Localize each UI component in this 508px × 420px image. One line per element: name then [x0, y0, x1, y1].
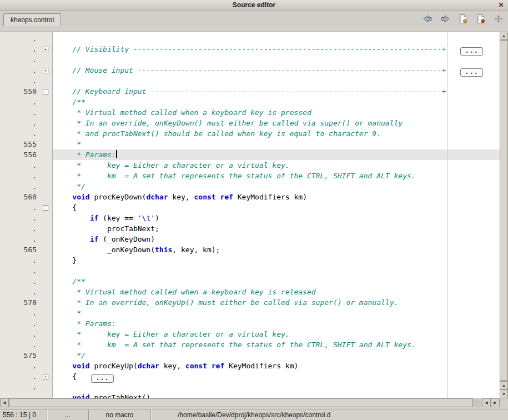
nav-forward-button[interactable] [439, 13, 451, 24]
code-text[interactable]: _onKeyDown(this, key, km); [53, 244, 500, 255]
code-line[interactable]: 550- // Keyboard input -----------------… [0, 86, 500, 97]
document-b-button[interactable] [475, 13, 487, 24]
vertical-scrollbar[interactable]: ▲ ▲ ▼ [500, 32, 508, 398]
fold-expand-icon[interactable]: + [43, 47, 48, 52]
code-text[interactable]: */ [53, 181, 500, 192]
code-text[interactable]: * key = Either a character or a virtual … [53, 160, 500, 171]
code-line[interactable]: 570 * In an override, onKeyUp() must eit… [0, 297, 500, 308]
fold-expand-icon[interactable]: + [43, 68, 48, 73]
code-text[interactable]: * and procTabNext() should be called whe… [53, 128, 500, 139]
code-line[interactable]: . * [0, 308, 500, 318]
code-text[interactable]: if (key == '\t') [53, 213, 500, 223]
scrollbar-corner [500, 398, 508, 407]
code-text[interactable]: // Keyboard input ----------------------… [53, 86, 500, 97]
code-text[interactable]: * Params: [53, 149, 500, 160]
code-text[interactable]: * Virtual method called when a keyboard … [53, 107, 500, 118]
fold-column [39, 255, 53, 266]
code-text[interactable]: if (_onKeyDown) [53, 234, 500, 244]
code-text[interactable] [53, 33, 500, 44]
code-text[interactable]: * key = Either a character or a virtual … [53, 329, 500, 339]
code-line[interactable]: . [0, 54, 500, 65]
document-a-button[interactable] [457, 13, 469, 24]
code-line[interactable]: . * Virtual method called when a keyboar… [0, 107, 500, 118]
code-text[interactable]: void procKeyDown(dchar key, const ref Ke… [53, 192, 500, 202]
line-number: . [0, 223, 39, 234]
vertical-scroll-thumb[interactable] [500, 40, 508, 381]
code-text[interactable]: * km = A set that represents the status … [53, 171, 500, 181]
code-text[interactable]: procTabNext; [53, 223, 500, 234]
code-text[interactable]: */ [53, 350, 500, 361]
code-text[interactable]: /** [53, 276, 500, 287]
nav-back-button[interactable] [421, 13, 434, 24]
code-line[interactable]: . if (_onKeyDown) [0, 234, 500, 244]
code-line[interactable]: . * In an override, onKeyDown() must eit… [0, 118, 500, 128]
code-line[interactable]: 575 */ [0, 350, 500, 361]
code-text[interactable]: void procTabNext() [53, 392, 500, 398]
code-line[interactable]: . [0, 382, 500, 392]
code-line[interactable]: . * Virtual method called when a keyboar… [0, 287, 500, 297]
code-line[interactable]: . /** [0, 276, 500, 287]
scroll-left-icon[interactable]: ◀ [0, 398, 9, 407]
scroll-up-alt-icon[interactable]: ▲ [500, 381, 508, 389]
code-line[interactable]: . [0, 76, 500, 86]
code-line[interactable]: . * km = A set that represents the statu… [0, 171, 500, 181]
scroll-right-icon[interactable]: ▶ [491, 398, 500, 407]
code-text[interactable]: void procKeyUp(dchar key, const ref KeyM… [53, 361, 500, 371]
code-line[interactable]: .- { [0, 202, 500, 213]
code-token: { [55, 203, 77, 212]
tab-kheops-control[interactable]: kheops.control [3, 13, 61, 26]
code-text[interactable] [53, 76, 500, 86]
code-line[interactable]: . procTabNext; [0, 223, 500, 234]
code-line[interactable]: . * Params: [0, 318, 500, 329]
code-text[interactable]: * [53, 308, 500, 318]
code-text[interactable]: // Mouse input -------------------------… [53, 65, 500, 76]
code-text[interactable] [53, 266, 500, 276]
code-line[interactable]: 560 void procKeyDown(dchar key, const re… [0, 192, 500, 202]
scroll-left-alt-icon[interactable]: ◀ [482, 398, 491, 407]
code-line[interactable]: . * and procTabNext() should be called w… [0, 128, 500, 139]
code-text[interactable]: { [53, 202, 500, 213]
code-editor[interactable]: ..+ // Visibility ----------------------… [0, 32, 500, 398]
move-button[interactable] [492, 13, 505, 24]
scroll-up-icon[interactable]: ▲ [500, 32, 508, 40]
close-icon[interactable]: ✕ [497, 1, 505, 9]
code-line[interactable]: . */ [0, 181, 500, 192]
horizontal-scroll-thumb[interactable] [9, 398, 473, 407]
code-line[interactable]: . /** [0, 97, 500, 107]
code-line[interactable]: 556 * Params: [0, 149, 500, 160]
code-line[interactable]: . } [0, 255, 500, 266]
code-line[interactable]: . [0, 33, 500, 44]
code-line[interactable]: . * km = A set that represents the statu… [0, 339, 500, 350]
code-text[interactable]: * [53, 139, 500, 149]
code-text[interactable]: * km = A set that represents the status … [53, 339, 500, 350]
horizontal-scrollbar[interactable]: ◀ ◀ ▶ [0, 398, 500, 407]
code-text[interactable]: * In an override, onKeyUp() must either … [53, 297, 500, 308]
code-line[interactable]: 555 * [0, 139, 500, 149]
code-line[interactable]: . * key = Either a character or a virtua… [0, 160, 500, 171]
code-text[interactable]: {... [53, 371, 500, 382]
fold-expand-icon[interactable]: + [43, 374, 48, 379]
code-text[interactable]: * Virtual method called when a keyboard … [53, 287, 500, 297]
code-line[interactable]: . * key = Either a character or a virtua… [0, 329, 500, 339]
code-token [55, 193, 72, 201]
code-line[interactable]: . [0, 266, 500, 276]
code-text[interactable]: } [53, 255, 500, 266]
code-text[interactable] [53, 382, 500, 392]
code-line[interactable]: 565 _onKeyDown(this, key, km); [0, 244, 500, 255]
code-text[interactable] [53, 54, 500, 65]
fold-collapse-icon[interactable]: - [43, 89, 48, 94]
code-line[interactable]: . void procKeyUp(dchar key, const ref Ke… [0, 361, 500, 371]
code-text[interactable]: // Visibility --------------------------… [53, 44, 500, 54]
fold-collapse-icon[interactable]: - [43, 205, 48, 211]
fold-column [39, 107, 53, 118]
code-text[interactable]: * Params: [53, 318, 500, 329]
code-line[interactable]: . if (key == '\t') [0, 213, 500, 223]
code-line[interactable]: .+ {... [0, 371, 500, 382]
line-number: 575 [0, 350, 39, 361]
code-line[interactable]: .+ // Visibility -----------------------… [0, 44, 500, 54]
code-line[interactable]: .+ // Mouse input ----------------------… [0, 65, 500, 76]
code-line[interactable]: . void procTabNext() [0, 392, 500, 398]
code-text[interactable]: * In an override, onKeyDown() must eithe… [53, 118, 500, 128]
scroll-down-icon[interactable]: ▼ [500, 389, 508, 398]
code-text[interactable]: /** [53, 97, 500, 107]
